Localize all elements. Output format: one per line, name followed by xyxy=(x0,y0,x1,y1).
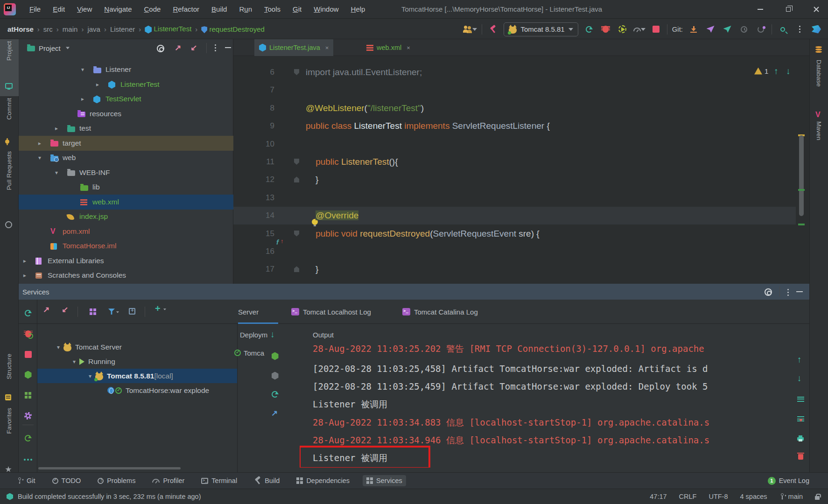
fold-marker-icon[interactable] xyxy=(294,176,299,182)
tree-chevron-icon[interactable]: ▾ xyxy=(55,169,58,176)
code-line-6[interactable]: 6import java.util.EventListener; xyxy=(233,63,796,81)
prev-problem-arrow-icon[interactable] xyxy=(774,66,780,76)
breadcrumb-item-listenertest[interactable]: ListenerTest xyxy=(145,25,191,34)
services-locate-button[interactable] xyxy=(765,287,772,296)
menu-git[interactable]: Git xyxy=(287,5,308,13)
tree-item-web-xml[interactable]: web.xml xyxy=(19,195,233,210)
refresh-button[interactable] xyxy=(22,431,34,445)
event-log-button[interactable]: 1 Event Log xyxy=(768,477,809,485)
project-options-button[interactable] xyxy=(215,43,216,51)
tree-item-scratches-and-consoles[interactable]: ▸Scratches and Consoles xyxy=(19,268,233,283)
print-button[interactable] xyxy=(794,430,807,444)
stop-server-button[interactable] xyxy=(22,347,34,361)
fold-marker-icon[interactable] xyxy=(294,69,299,75)
soft-wrap-button[interactable] xyxy=(794,392,807,406)
tab-close-icon[interactable]: × xyxy=(407,44,410,51)
breadcrumb-item-listener[interactable]: Listener xyxy=(110,25,135,33)
toolwindow-button-todo[interactable]: TODO xyxy=(52,477,81,484)
vcs-stripe-mark[interactable] xyxy=(798,224,805,225)
toolwindow-button-services[interactable]: Services xyxy=(363,475,406,486)
sidebar-item-database[interactable]: Database xyxy=(815,60,822,87)
toolwindow-button-problems[interactable]: Problems xyxy=(98,477,135,484)
code-line-9[interactable]: 9public class ListenerTest implements Se… xyxy=(233,117,796,135)
rerun-button[interactable] xyxy=(583,22,595,36)
tree-item-listener[interactable]: ▾Listener xyxy=(19,62,233,77)
tree-item-test[interactable]: ▸test xyxy=(19,121,233,136)
code-line-16[interactable]: 16 xyxy=(233,243,796,260)
minimize-button[interactable] xyxy=(750,0,771,19)
services-tree-item-running[interactable]: ▾Running xyxy=(37,354,237,369)
editor-tab-web-xml[interactable]: web.xml× xyxy=(362,39,415,56)
run-with-coverage-button[interactable] xyxy=(617,22,629,36)
tree-item-target[interactable]: ▸target xyxy=(19,136,233,151)
editor-tab-listenertest-java[interactable]: ListenerTest.java× xyxy=(254,39,333,56)
inspection-widget[interactable]: 1 xyxy=(754,66,793,76)
git-update-button[interactable] xyxy=(688,22,700,36)
git-push-button[interactable] xyxy=(721,22,733,36)
close-button[interactable] xyxy=(806,0,827,19)
filter-button[interactable] xyxy=(108,307,120,315)
code-line-14[interactable]: 14 @Override xyxy=(233,207,796,224)
services-tree-item-tomcat-server[interactable]: ▾Tomcat Server xyxy=(37,340,237,354)
tree-item-pom-xml[interactable]: pom.xml xyxy=(19,224,233,239)
scrollbar-thumb[interactable] xyxy=(799,135,804,216)
toolwindow-button-terminal[interactable]: Terminal xyxy=(201,477,237,484)
menu-window[interactable]: Window xyxy=(308,5,344,13)
collapse-all-button[interactable]: ↙ xyxy=(190,43,197,53)
hide-panel-button[interactable] xyxy=(225,47,231,48)
indent-setting[interactable]: 4 spaces xyxy=(740,493,767,500)
menu-help[interactable]: Help xyxy=(345,5,372,13)
tree-chevron-icon[interactable]: ▸ xyxy=(96,81,99,88)
sidebar-item-maven[interactable]: Maven xyxy=(815,121,822,140)
sidebar-item-project[interactable]: Project xyxy=(6,41,13,61)
overrides-method-icon[interactable] xyxy=(276,234,286,243)
tree-item-resources[interactable]: resources xyxy=(19,106,233,121)
services-tab-tomcat-catalina-log[interactable]: Tomcat Catalina Log xyxy=(402,300,505,324)
tree-chevron-icon[interactable]: ▸ xyxy=(55,125,58,132)
scroll-to-end-button[interactable] xyxy=(794,412,807,426)
menu-tools[interactable]: Tools xyxy=(258,5,287,13)
code-with-me-users-button[interactable] xyxy=(463,22,477,36)
menu-run[interactable]: Run xyxy=(233,5,258,13)
tree-chevron-icon[interactable]: ▾ xyxy=(73,358,76,365)
menu-file[interactable]: File xyxy=(23,5,47,13)
code-line-11[interactable]: 11 public ListenerTest(){ xyxy=(233,153,796,171)
search-everywhere-button[interactable] xyxy=(777,22,789,36)
deploy-artifact-button[interactable] xyxy=(269,349,281,363)
line-ending[interactable]: CRLF xyxy=(679,493,697,500)
chevron-down-icon[interactable] xyxy=(66,47,70,49)
ide-features-button[interactable] xyxy=(810,22,822,36)
update-application-button[interactable] xyxy=(269,406,281,420)
code-line-7[interactable]: 7 xyxy=(233,81,796,99)
code-line-8[interactable]: 8@WebListener("/listenerTest") xyxy=(233,99,796,117)
history-button[interactable] xyxy=(738,22,750,36)
project-panel-title[interactable]: Project xyxy=(39,44,61,52)
breadcrumb-item-requestdestroyed[interactable]: requestDestroyed xyxy=(201,25,265,34)
sidebar-item-favorites[interactable]: Favorites xyxy=(6,408,13,434)
group-by-button[interactable] xyxy=(90,307,96,315)
expand-all-button[interactable]: ↗ xyxy=(175,43,181,53)
menu-code[interactable]: Code xyxy=(138,5,167,13)
restore-button[interactable] xyxy=(778,0,799,19)
code-line-17[interactable]: 17 } xyxy=(233,260,796,278)
tree-horizontal-scrollbar[interactable] xyxy=(38,467,239,470)
menu-build[interactable]: Build xyxy=(205,5,233,13)
build-project-button[interactable] xyxy=(487,22,499,36)
tree-chevron-icon[interactable]: ▾ xyxy=(57,344,60,350)
menu-view[interactable]: View xyxy=(71,5,98,13)
scroll-up-button[interactable] xyxy=(794,353,807,367)
server-settings-button[interactable] xyxy=(22,409,34,423)
tree-chevron-icon[interactable]: ▸ xyxy=(23,272,26,279)
sidebar-item-pull-requests[interactable]: Pull Requests xyxy=(6,151,13,190)
caret-position[interactable]: 47:17 xyxy=(650,493,667,500)
tab-close-icon[interactable]: × xyxy=(325,44,329,51)
deploy-button[interactable] xyxy=(22,368,34,382)
code-line-10[interactable]: 10 xyxy=(233,135,796,153)
sidebar-item-structure[interactable]: Structure xyxy=(6,354,13,379)
tree-item-tomcathorse-iml[interactable]: TomcatHorse.iml xyxy=(19,238,233,253)
menu-navigate[interactable]: Navigate xyxy=(98,5,138,13)
tree-item-index-jsp[interactable]: index.jsp xyxy=(19,209,233,224)
tree-item-web[interactable]: ▾web xyxy=(19,150,233,165)
tree-chevron-icon[interactable]: ▸ xyxy=(23,258,26,264)
profiler-button[interactable] xyxy=(633,22,646,36)
